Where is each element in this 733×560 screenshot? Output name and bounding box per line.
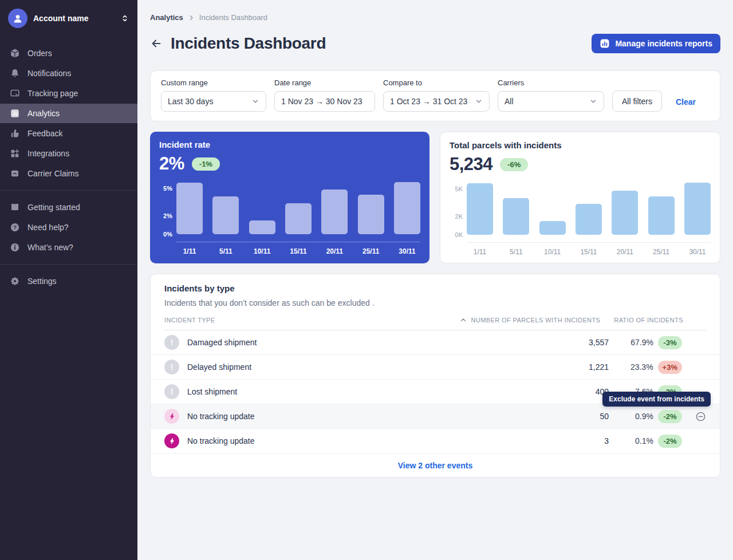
custom-range-value: Last 30 days xyxy=(168,97,213,106)
exclude-event-button[interactable] xyxy=(695,411,706,422)
x-tick-label: 5/11 xyxy=(212,247,239,255)
view-other-events-link[interactable]: View 2 other events xyxy=(398,461,472,470)
carriers-label: Carriers xyxy=(498,78,604,87)
table-row-hovered[interactable]: No tracking update 50 0.9% -2% Exclude e… xyxy=(151,404,720,429)
y-tick-label: 5% xyxy=(163,185,172,192)
sidebar-item-carrier-claims[interactable]: Carrier Claims xyxy=(0,164,137,183)
all-filters-button[interactable]: All filters xyxy=(612,90,662,112)
metric-value: 5,234 xyxy=(450,154,492,175)
incident-type: Delayed shipment xyxy=(187,362,251,372)
sidebar-item-analytics[interactable]: Analytics xyxy=(0,104,137,123)
date-range-input[interactable]: 1 Nov 23 → 30 Nov 23 xyxy=(274,91,375,112)
x-axis-labels: 1/115/1110/1115/1120/1125/1130/11 xyxy=(467,248,711,256)
sidebar-item-label: Need help? xyxy=(27,223,69,232)
clear-filters-link[interactable]: Clear xyxy=(676,97,696,107)
sidebar-item-label: Notifications xyxy=(27,69,71,78)
custom-range-field: Custom range Last 30 days xyxy=(161,78,266,112)
help-icon: ? xyxy=(10,222,20,232)
chart-bar xyxy=(249,220,275,234)
chevron-up-down-icon[interactable] xyxy=(120,14,129,23)
page-title: Incidents Dashboard xyxy=(171,34,326,53)
compare-to-value: 1 Oct 23 → 31 Oct 23 xyxy=(390,97,467,106)
sidebar-nav: Orders Notifications Tracking page Analy… xyxy=(0,43,137,291)
date-range-value: 1 Nov 23 → 30 Nov 23 xyxy=(281,97,362,106)
date-range-label: Date range xyxy=(274,78,375,87)
bolt-icon xyxy=(164,433,179,448)
account-switcher[interactable]: Account name xyxy=(0,0,137,35)
sort-caret-up-icon[interactable] xyxy=(459,316,467,324)
custom-range-select[interactable]: Last 30 days xyxy=(161,91,266,112)
sidebar-item-label: Integrations xyxy=(27,149,69,158)
x-tick-label: 15/11 xyxy=(576,248,602,256)
sidebar-item-whats-new[interactable]: What’s new? xyxy=(0,238,137,257)
parcels-count: 400 xyxy=(546,387,609,396)
x-tick-label: 10/11 xyxy=(249,247,275,255)
sidebar-item-label: Analytics xyxy=(27,109,60,118)
y-tick-label: 2% xyxy=(163,212,172,219)
arrow-left-icon xyxy=(150,37,163,50)
chart-bar xyxy=(503,198,529,235)
sidebar-item-label: Carrier Claims xyxy=(27,169,78,178)
sidebar-item-label: What’s new? xyxy=(27,243,73,252)
manage-incidents-reports-button[interactable]: Manage incidents reports xyxy=(592,34,720,53)
x-tick-label: 10/11 xyxy=(539,248,566,256)
chart-bar xyxy=(539,221,566,235)
y-tick-label: 5K xyxy=(455,186,463,192)
sidebar: Account name Orders Notifications Tracki… xyxy=(0,0,137,560)
breadcrumb-analytics[interactable]: Analytics xyxy=(150,13,183,22)
sidebar-item-feedback[interactable]: Feedback xyxy=(0,124,137,143)
sidebar-item-orders[interactable]: Orders xyxy=(0,44,137,63)
metric-row: 5,234 -6% xyxy=(450,154,711,175)
table-row[interactable]: ! Delayed shipment 1,221 23.3% +3% xyxy=(151,355,720,380)
thumbs-up-icon xyxy=(10,128,20,139)
svg-text:?: ? xyxy=(13,224,17,230)
y-axis: 0%2%5% xyxy=(159,179,176,234)
chart-bar xyxy=(612,191,638,235)
chart-bar xyxy=(358,195,384,234)
sidebar-divider xyxy=(0,264,137,265)
sidebar-item-need-help[interactable]: ? Need help? xyxy=(0,218,137,237)
chart-bar xyxy=(212,196,239,234)
x-tick-label: 25/11 xyxy=(358,247,384,255)
avatar xyxy=(8,9,27,28)
plot-area: 1/115/1110/1115/1120/1125/1130/11 xyxy=(176,179,420,255)
delta-badge: -2% xyxy=(658,410,682,423)
sidebar-divider xyxy=(0,190,137,191)
sidebar-item-notifications[interactable]: Notifications xyxy=(0,64,137,83)
x-tick-label: 1/11 xyxy=(176,247,203,255)
sidebar-item-getting-started[interactable]: Getting started xyxy=(0,198,137,217)
x-tick-label: 20/11 xyxy=(321,247,348,255)
back-button[interactable] xyxy=(150,37,163,50)
sidebar-item-tracking-page[interactable]: Tracking page xyxy=(0,84,137,103)
sidebar-item-settings[interactable]: Settings xyxy=(0,271,137,291)
metric-row: 2% -1% xyxy=(159,153,420,174)
bolt-icon xyxy=(164,409,179,424)
compare-to-label: Compare to xyxy=(383,78,490,87)
table-subtitle: Incidents that you don’t consider as suc… xyxy=(164,298,706,307)
x-tick-label: 5/11 xyxy=(503,248,529,256)
total-parcels-chart: 0K2K5K 1/115/1110/1115/1120/1125/1130/11 xyxy=(450,180,711,256)
parcels-count: 3 xyxy=(546,436,609,445)
ratio-value: 23.3% xyxy=(630,362,653,372)
compare-to-select[interactable]: 1 Oct 23 → 31 Oct 23 xyxy=(383,91,490,112)
breadcrumb-current: Incidents Dashboard xyxy=(199,13,267,22)
tracking-icon xyxy=(10,88,20,98)
sidebar-item-integrations[interactable]: Integrations xyxy=(0,144,137,163)
col-ratio-of-incidents: RATIO OF INCIDENTS xyxy=(614,317,683,324)
ratio-value: 67.9% xyxy=(630,338,653,347)
carriers-select[interactable]: All xyxy=(498,91,604,112)
bars xyxy=(467,180,711,235)
x-axis-line xyxy=(176,242,420,242)
table-row[interactable]: ! Damaged shipment 3,557 67.9% -3% xyxy=(151,330,720,355)
carrier-claims-icon xyxy=(10,168,20,179)
col-number-of-parcels[interactable]: NUMBER OF PARCELS WITH INCIDENTS xyxy=(471,317,600,324)
x-tick-label: 1/11 xyxy=(467,248,493,256)
chevron-down-icon xyxy=(589,97,597,105)
col-incident-type: INCIDENT TYPE xyxy=(164,317,215,324)
incident-rate-chart: 0%2%5% 1/115/1110/1115/1120/1125/1130/11 xyxy=(159,179,420,255)
sidebar-item-label: Tracking page xyxy=(27,89,78,98)
gear-icon xyxy=(10,276,20,286)
breadcrumb: Analytics Incidents Dashboard xyxy=(150,0,720,22)
table-row[interactable]: No tracking update 3 0.1% -2% xyxy=(151,429,720,453)
sidebar-item-label: Orders xyxy=(27,49,52,58)
